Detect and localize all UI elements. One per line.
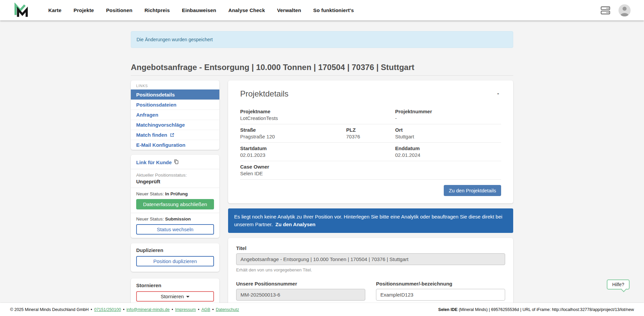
duplicate-card-title: Duplizieren bbox=[136, 247, 214, 253]
app-viewport: Karte Projekte Positionen Richtpreis Ein… bbox=[0, 0, 644, 316]
footer-copyright: © 2025 Mineral Minds Deutschland GmbH bbox=[10, 307, 89, 312]
footer-separator: • bbox=[91, 307, 92, 312]
footer-separator: • bbox=[172, 307, 173, 312]
titel-input bbox=[236, 253, 505, 265]
titel-helper: Erhält den von uns vorgegebenen Titel. bbox=[236, 267, 505, 272]
save-success-alert: Die Änderungen wurden gespeichert bbox=[131, 31, 513, 48]
project-details-title: Projektdetails bbox=[240, 89, 288, 99]
nav-item-verwalten[interactable]: Verwalten bbox=[277, 7, 301, 13]
field-label: PLZ bbox=[346, 127, 392, 133]
sidebar-item-anfragen[interactable]: Anfragen bbox=[131, 110, 219, 120]
titel-label: Titel bbox=[236, 245, 505, 251]
project-row-name-number: Projektname LotCreationTests Projektnumm… bbox=[240, 106, 501, 124]
sidebar-item-label: Matchingvorschläge bbox=[136, 122, 185, 128]
field-value: Selen IDE bbox=[240, 171, 392, 176]
sidebar-item-positionsdateien[interactable]: Positionsdateien bbox=[131, 100, 219, 110]
custom-position-number-label: Positionsnummer/-bezeichnung bbox=[376, 281, 505, 287]
footer-datenschutz-link[interactable]: Datenschutz bbox=[216, 307, 239, 312]
analytics-banner-text: Es liegt noch keine Analytik zu Ihrer Po… bbox=[234, 214, 502, 227]
customer-link[interactable]: Link für Kunde bbox=[136, 159, 179, 165]
next-status-section-2: Neuer Status: Submission Status wechseln bbox=[131, 213, 219, 238]
cancel-dropdown-button[interactable]: Stornieren bbox=[136, 291, 214, 302]
collapse-card-button[interactable]: - bbox=[495, 89, 501, 98]
field-label: Projektnummer bbox=[395, 109, 498, 114]
sidebar-item-label: Positionsdetails bbox=[136, 92, 175, 98]
nav-item-projekte[interactable]: Projekte bbox=[73, 7, 94, 13]
field-label: Startdatum bbox=[240, 145, 392, 151]
project-row-dates: Startdatum 02.01.2023 Enddatum 02.01.202… bbox=[240, 143, 501, 161]
help-button[interactable]: Hilfe? bbox=[607, 279, 630, 290]
sidebar-item-match-finden[interactable]: Match finden bbox=[131, 130, 219, 140]
custom-position-number-input[interactable] bbox=[376, 289, 505, 301]
duplicate-position-button[interactable]: Position duplizieren bbox=[136, 256, 214, 266]
nav-item-richtpreis[interactable]: Richtpreis bbox=[145, 7, 170, 13]
footer: © 2025 Mineral Minds Deutschland GmbH • … bbox=[0, 303, 644, 316]
nav-item-analyse-check[interactable]: Analyse Check bbox=[228, 7, 265, 13]
project-row-address: Straße Pragstraße 120 PLZ 70376 Ort Stut… bbox=[240, 124, 501, 143]
finish-data-entry-button[interactable]: Datenerfassung abschließen bbox=[136, 199, 214, 209]
session-details: (Mineral Minds) | 69576255536d | URL of … bbox=[458, 307, 634, 312]
sidebar-item-matchingvorschlaege[interactable]: Matchingvorschläge bbox=[131, 120, 219, 130]
avatar-head-icon bbox=[623, 7, 627, 11]
footer-separator: • bbox=[212, 307, 214, 312]
nav-item-einbauweisen[interactable]: Einbauweisen bbox=[182, 7, 216, 13]
next-status-line-1: Neuer Status: In Prüfung bbox=[136, 191, 214, 196]
user-avatar[interactable] bbox=[619, 4, 631, 16]
current-status-label: Aktueller Positionsstatus: bbox=[136, 173, 214, 178]
main-nav: Karte Projekte Positionen Richtpreis Ein… bbox=[48, 7, 354, 13]
duplicate-card: Duplizieren Position duplizieren bbox=[131, 243, 219, 272]
footer-separator: • bbox=[198, 307, 199, 312]
nav-item-so-funktionierts[interactable]: So funktioniert's bbox=[313, 7, 354, 13]
sidebar-item-positionsdetails[interactable]: Positionsdetails bbox=[131, 89, 219, 100]
field-value: - bbox=[395, 115, 498, 121]
customer-link-section: Link für Kunde bbox=[131, 155, 219, 169]
footer-email-link[interactable]: info@mineral-minds.de bbox=[126, 307, 170, 312]
customer-link-label: Link für Kunde bbox=[136, 160, 172, 165]
project-row-owner: Case Owner Selen IDE bbox=[240, 161, 501, 180]
top-navigation-bar: Karte Projekte Positionen Richtpreis Ein… bbox=[0, 0, 644, 20]
footer-impressum-link[interactable]: Impressum bbox=[175, 307, 196, 312]
field-value: 70376 bbox=[346, 134, 392, 139]
our-position-number-label: Unsere Positionsnummer bbox=[236, 281, 365, 287]
sidebar-item-email-konfiguration[interactable]: E-Mail Konfiguration bbox=[131, 140, 219, 150]
session-user: Selen IDE bbox=[438, 307, 458, 312]
cancel-card: Stornieren Stornieren bbox=[131, 278, 219, 307]
external-link-icon bbox=[170, 133, 174, 137]
nav-item-positionen[interactable]: Positionen bbox=[106, 7, 132, 13]
mineral-minds-logo[interactable] bbox=[13, 3, 29, 18]
footer-separator: • bbox=[123, 307, 124, 312]
current-status-value: Ungeprüft bbox=[136, 179, 214, 184]
switch-status-button[interactable]: Status wechseln bbox=[136, 224, 214, 235]
nav-item-karte[interactable]: Karte bbox=[48, 7, 61, 13]
go-to-analyses-link[interactable]: Zu den Analysen bbox=[275, 222, 315, 227]
sidebar-item-label: Match finden bbox=[136, 132, 167, 138]
cancel-card-title: Stornieren bbox=[136, 282, 214, 288]
next-status-section-1: Neuer Status: In Prüfung Datenerfassung … bbox=[131, 188, 219, 213]
cancel-button-label: Stornieren bbox=[161, 294, 184, 299]
field-label: Case Owner bbox=[240, 164, 392, 170]
current-status-section: Aktueller Positionsstatus: Ungeprüft bbox=[131, 169, 219, 188]
logo-icon bbox=[13, 3, 29, 18]
field-value: LotCreationTests bbox=[240, 115, 392, 121]
field-label: Ort bbox=[395, 127, 498, 133]
footer-agb-link[interactable]: AGB bbox=[201, 307, 210, 312]
sidebar-item-label: E-Mail Konfiguration bbox=[136, 142, 185, 148]
page-title: Angebotsanfrage - Entsorgung | 10.000 To… bbox=[131, 63, 513, 76]
sidebar-item-label: Positionsdateien bbox=[136, 102, 176, 108]
footer-left: © 2025 Mineral Minds Deutschland GmbH • … bbox=[10, 307, 239, 312]
analytics-info-banner: Es liegt noch keine Analytik zu Ihrer Po… bbox=[228, 208, 513, 233]
field-label: Enddatum bbox=[395, 145, 498, 151]
topbar-right-actions bbox=[600, 4, 631, 16]
links-card: LINKS Positionsdetails Positionsdateien … bbox=[131, 80, 219, 150]
status-card: Link für Kunde Aktueller Positi bbox=[131, 155, 219, 238]
footer-phone-link[interactable]: 07151/250100 bbox=[94, 307, 121, 312]
field-value: 02.01.2024 bbox=[395, 152, 498, 158]
page-content: Die Änderungen wurden gespeichert Angebo… bbox=[0, 20, 644, 316]
main-column: Projektdetails - Projektname LotCreation… bbox=[228, 80, 513, 316]
server-environment-icon[interactable] bbox=[600, 6, 610, 15]
left-sidebar: LINKS Positionsdetails Positionsdateien … bbox=[131, 80, 219, 307]
copy-icon bbox=[174, 159, 179, 165]
go-to-project-details-button[interactable]: Zu den Projektdetails bbox=[444, 185, 501, 196]
field-label: Projektname bbox=[240, 109, 392, 114]
caret-down-icon bbox=[186, 296, 190, 298]
